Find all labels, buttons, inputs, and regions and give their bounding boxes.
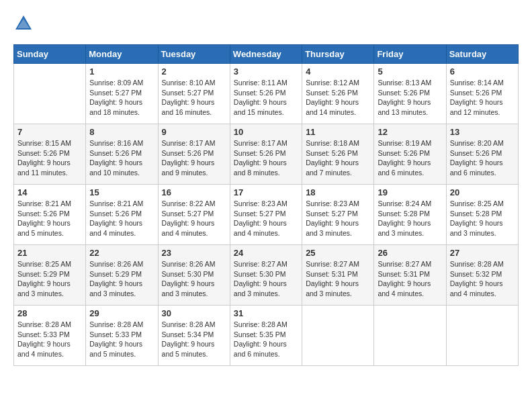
logo	[13, 13, 36, 34]
day-number: 31	[234, 308, 298, 318]
calendar-cell: 18Sunrise: 8:23 AM Sunset: 5:27 PM Dayli…	[302, 185, 374, 245]
calendar-cell: 23Sunrise: 8:26 AM Sunset: 5:30 PM Dayli…	[158, 245, 230, 306]
day-number: 26	[378, 248, 442, 258]
calendar-cell: 25Sunrise: 8:27 AM Sunset: 5:31 PM Dayli…	[302, 245, 374, 306]
day-info: Sunrise: 8:09 AM Sunset: 5:27 PM Dayligh…	[89, 78, 154, 118]
day-info: Sunrise: 8:27 AM Sunset: 5:31 PM Dayligh…	[306, 259, 370, 299]
day-info: Sunrise: 8:28 AM Sunset: 5:32 PM Dayligh…	[450, 259, 515, 299]
weekday-header-friday: Friday	[374, 45, 446, 64]
day-info: Sunrise: 8:28 AM Sunset: 5:33 PM Dayligh…	[89, 320, 154, 359]
day-info: Sunrise: 8:13 AM Sunset: 5:26 PM Dayligh…	[378, 78, 442, 118]
calendar-cell: 13Sunrise: 8:20 AM Sunset: 5:26 PM Dayli…	[446, 124, 518, 185]
week-row-1: 1Sunrise: 8:09 AM Sunset: 5:27 PM Daylig…	[14, 64, 519, 124]
day-info: Sunrise: 8:27 AM Sunset: 5:31 PM Dayligh…	[378, 259, 442, 299]
calendar-cell: 4Sunrise: 8:12 AM Sunset: 5:26 PM Daylig…	[302, 64, 374, 124]
day-number: 10	[234, 127, 298, 137]
day-number: 15	[89, 187, 154, 197]
weekday-header-thursday: Thursday	[302, 45, 374, 64]
day-number: 17	[234, 187, 298, 197]
calendar-cell: 10Sunrise: 8:17 AM Sunset: 5:26 PM Dayli…	[230, 124, 302, 185]
day-info: Sunrise: 8:23 AM Sunset: 5:27 PM Dayligh…	[234, 199, 298, 238]
day-number: 27	[450, 248, 515, 258]
calendar-header: SundayMondayTuesdayWednesdayThursdayFrid…	[14, 45, 519, 64]
day-info: Sunrise: 8:25 AM Sunset: 5:28 PM Dayligh…	[450, 199, 515, 238]
calendar-cell: 12Sunrise: 8:19 AM Sunset: 5:26 PM Dayli…	[374, 124, 446, 185]
calendar-table: SundayMondayTuesdayWednesdayThursdayFrid…	[13, 44, 519, 366]
day-number: 22	[89, 248, 154, 258]
calendar-cell: 20Sunrise: 8:25 AM Sunset: 5:28 PM Dayli…	[446, 185, 518, 245]
day-info: Sunrise: 8:17 AM Sunset: 5:26 PM Dayligh…	[162, 138, 226, 178]
day-info: Sunrise: 8:21 AM Sunset: 5:26 PM Dayligh…	[89, 199, 154, 238]
calendar-cell: 19Sunrise: 8:24 AM Sunset: 5:28 PM Dayli…	[374, 185, 446, 245]
calendar-cell: 28Sunrise: 8:28 AM Sunset: 5:33 PM Dayli…	[14, 306, 86, 366]
day-info: Sunrise: 8:20 AM Sunset: 5:26 PM Dayligh…	[450, 138, 515, 178]
day-info: Sunrise: 8:15 AM Sunset: 5:26 PM Dayligh…	[17, 138, 82, 178]
calendar-cell: 21Sunrise: 8:25 AM Sunset: 5:29 PM Dayli…	[14, 245, 86, 306]
weekday-header-wednesday: Wednesday	[230, 45, 302, 64]
day-number: 12	[378, 127, 442, 137]
day-number: 5	[378, 66, 442, 77]
day-number: 16	[162, 187, 226, 197]
day-number: 9	[162, 127, 226, 137]
day-number: 20	[450, 187, 515, 197]
week-row-5: 28Sunrise: 8:28 AM Sunset: 5:33 PM Dayli…	[14, 306, 519, 366]
day-info: Sunrise: 8:26 AM Sunset: 5:29 PM Dayligh…	[89, 259, 154, 299]
day-number: 2	[162, 66, 226, 77]
calendar-cell: 26Sunrise: 8:27 AM Sunset: 5:31 PM Dayli…	[374, 245, 446, 306]
calendar-cell: 5Sunrise: 8:13 AM Sunset: 5:26 PM Daylig…	[374, 64, 446, 124]
calendar-cell: 2Sunrise: 8:10 AM Sunset: 5:27 PM Daylig…	[158, 64, 230, 124]
day-number: 23	[162, 248, 226, 258]
calendar-cell	[14, 64, 86, 124]
day-info: Sunrise: 8:17 AM Sunset: 5:26 PM Dayligh…	[234, 138, 298, 178]
calendar-cell: 22Sunrise: 8:26 AM Sunset: 5:29 PM Dayli…	[86, 245, 158, 306]
week-row-2: 7Sunrise: 8:15 AM Sunset: 5:26 PM Daylig…	[14, 124, 519, 185]
day-info: Sunrise: 8:18 AM Sunset: 5:26 PM Dayligh…	[306, 138, 370, 178]
calendar-cell: 29Sunrise: 8:28 AM Sunset: 5:33 PM Dayli…	[86, 306, 158, 366]
day-number: 30	[162, 308, 226, 318]
day-info: Sunrise: 8:10 AM Sunset: 5:27 PM Dayligh…	[162, 78, 226, 118]
day-info: Sunrise: 8:14 AM Sunset: 5:26 PM Dayligh…	[450, 78, 515, 118]
day-number: 4	[306, 66, 370, 77]
week-row-3: 14Sunrise: 8:21 AM Sunset: 5:26 PM Dayli…	[14, 185, 519, 245]
day-info: Sunrise: 8:23 AM Sunset: 5:27 PM Dayligh…	[306, 199, 370, 238]
calendar-cell: 14Sunrise: 8:21 AM Sunset: 5:26 PM Dayli…	[14, 185, 86, 245]
day-info: Sunrise: 8:24 AM Sunset: 5:28 PM Dayligh…	[378, 199, 442, 238]
calendar-cell: 11Sunrise: 8:18 AM Sunset: 5:26 PM Dayli…	[302, 124, 374, 185]
day-number: 3	[234, 66, 298, 77]
day-number: 21	[17, 248, 82, 258]
calendar-cell: 3Sunrise: 8:11 AM Sunset: 5:26 PM Daylig…	[230, 64, 302, 124]
day-info: Sunrise: 8:26 AM Sunset: 5:30 PM Dayligh…	[162, 259, 226, 299]
calendar-cell: 16Sunrise: 8:22 AM Sunset: 5:27 PM Dayli…	[158, 185, 230, 245]
calendar-cell: 27Sunrise: 8:28 AM Sunset: 5:32 PM Dayli…	[446, 245, 518, 306]
calendar-cell: 31Sunrise: 8:28 AM Sunset: 5:35 PM Dayli…	[230, 306, 302, 366]
day-number: 6	[450, 66, 515, 77]
calendar-body: 1Sunrise: 8:09 AM Sunset: 5:27 PM Daylig…	[14, 64, 519, 366]
week-row-4: 21Sunrise: 8:25 AM Sunset: 5:29 PM Dayli…	[14, 245, 519, 306]
calendar-cell	[374, 306, 446, 366]
day-number: 11	[306, 127, 370, 137]
weekday-row: SundayMondayTuesdayWednesdayThursdayFrid…	[14, 45, 519, 64]
calendar-cell: 24Sunrise: 8:27 AM Sunset: 5:30 PM Dayli…	[230, 245, 302, 306]
day-info: Sunrise: 8:12 AM Sunset: 5:26 PM Dayligh…	[306, 78, 370, 118]
calendar-cell: 8Sunrise: 8:16 AM Sunset: 5:26 PM Daylig…	[86, 124, 158, 185]
day-number: 18	[306, 187, 370, 197]
day-info: Sunrise: 8:21 AM Sunset: 5:26 PM Dayligh…	[17, 199, 82, 238]
calendar-cell: 15Sunrise: 8:21 AM Sunset: 5:26 PM Dayli…	[86, 185, 158, 245]
day-number: 28	[17, 308, 82, 318]
day-info: Sunrise: 8:25 AM Sunset: 5:29 PM Dayligh…	[17, 259, 82, 299]
calendar-cell: 30Sunrise: 8:28 AM Sunset: 5:34 PM Dayli…	[158, 306, 230, 366]
weekday-header-monday: Monday	[86, 45, 158, 64]
weekday-header-sunday: Sunday	[14, 45, 86, 64]
day-number: 29	[89, 308, 154, 318]
day-number: 25	[306, 248, 370, 258]
calendar-cell: 1Sunrise: 8:09 AM Sunset: 5:27 PM Daylig…	[86, 64, 158, 124]
day-number: 7	[17, 127, 82, 137]
day-number: 19	[378, 187, 442, 197]
day-info: Sunrise: 8:27 AM Sunset: 5:30 PM Dayligh…	[234, 259, 298, 299]
day-info: Sunrise: 8:19 AM Sunset: 5:26 PM Dayligh…	[378, 138, 442, 178]
day-number: 14	[17, 187, 82, 197]
day-info: Sunrise: 8:28 AM Sunset: 5:34 PM Dayligh…	[162, 320, 226, 359]
day-number: 13	[450, 127, 515, 137]
calendar-cell	[446, 306, 518, 366]
logo-icon	[13, 13, 34, 34]
